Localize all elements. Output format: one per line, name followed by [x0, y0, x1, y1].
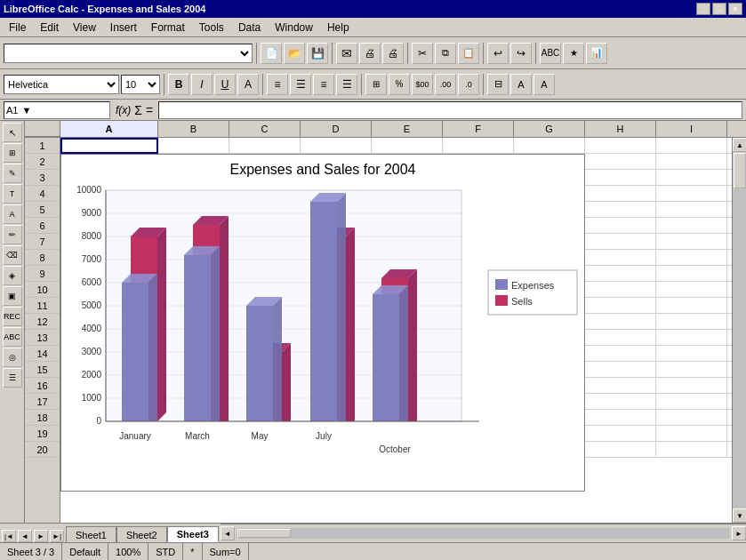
tab-first-button[interactable]: |◄ — [2, 530, 16, 542]
save-button[interactable]: 💾 — [307, 43, 328, 64]
scroll-thumb-vertical[interactable] — [734, 153, 746, 188]
redo-button[interactable]: ↪ — [510, 43, 532, 64]
sheet-tab-2[interactable]: Sheet2 — [116, 526, 167, 542]
border-button[interactable]: ⊟ — [487, 74, 509, 95]
row-7[interactable]: 7 — [25, 234, 60, 250]
cell-c1[interactable] — [229, 138, 301, 154]
col-header-I[interactable]: I — [656, 121, 727, 137]
cell-d1[interactable] — [301, 138, 372, 154]
tool-6[interactable]: ✏ — [3, 225, 22, 244]
row-11[interactable]: 11 — [25, 298, 60, 314]
cell-i1[interactable] — [656, 138, 727, 154]
menu-help[interactable]: Help — [320, 20, 357, 36]
tool-7[interactable]: ⌫ — [3, 245, 22, 265]
menu-window[interactable]: Window — [268, 20, 320, 36]
scroll-right-button[interactable]: ► — [732, 526, 746, 540]
col-header-H[interactable]: H — [585, 121, 656, 137]
scroll-track-horizontal[interactable] — [237, 528, 730, 539]
cell-b1[interactable] — [158, 138, 229, 154]
menu-format[interactable]: Format — [144, 20, 192, 36]
row-6[interactable]: 6 — [25, 218, 60, 234]
scroll-thumb-horizontal[interactable] — [237, 529, 291, 538]
minimize-button[interactable]: _ — [696, 3, 710, 15]
tool-9[interactable]: ▣ — [3, 286, 22, 306]
cell-h2[interactable] — [585, 154, 656, 170]
cell-i2[interactable] — [656, 154, 727, 170]
bg-color-button[interactable]: A — [510, 74, 532, 95]
tool-3[interactable]: ✎ — [3, 164, 22, 183]
function-icon[interactable]: f(x) — [116, 104, 131, 116]
font-color-button[interactable]: A — [533, 74, 555, 95]
tool-12[interactable]: ◎ — [3, 348, 22, 367]
sum-icon[interactable]: Σ — [134, 103, 142, 117]
chart-object[interactable]: Expenses and Sales for 2004 — [60, 154, 585, 492]
menu-data[interactable]: Data — [231, 20, 268, 36]
cell-reference-box[interactable]: A1 ▼ — [4, 101, 110, 119]
format-number-button[interactable]: % — [389, 74, 410, 95]
tab-next-button[interactable]: ► — [34, 530, 48, 542]
equals-icon[interactable]: = — [146, 103, 153, 117]
tool-8[interactable]: ◈ — [3, 266, 22, 285]
row-19[interactable]: 19 — [25, 426, 60, 442]
align-left-button[interactable]: ≡ — [267, 74, 288, 95]
row-20[interactable]: 20 — [25, 442, 60, 458]
col-header-E[interactable]: E — [372, 121, 443, 137]
print-preview-button[interactable]: 🖨 — [359, 43, 381, 64]
scroll-left-button[interactable]: ◄ — [221, 526, 235, 540]
formula-input[interactable] — [158, 101, 742, 119]
menu-insert[interactable]: Insert — [103, 20, 144, 36]
row-18[interactable]: 18 — [25, 410, 60, 426]
undo-button[interactable]: ↩ — [487, 43, 509, 64]
col-header-A[interactable]: A — [60, 121, 158, 137]
justify-button[interactable]: ☰ — [336, 74, 357, 95]
row-17[interactable]: 17 — [25, 394, 60, 410]
row-9[interactable]: 9 — [25, 266, 60, 282]
font-size-select[interactable]: 10 — [121, 75, 160, 94]
tool-4[interactable]: T — [3, 184, 22, 204]
tool-13[interactable]: ☰ — [3, 368, 22, 388]
maximize-button[interactable]: □ — [712, 3, 726, 15]
row-15[interactable]: 15 — [25, 362, 60, 378]
horizontal-scrollbar[interactable]: ◄ ► — [221, 524, 746, 542]
align-center-button[interactable]: ☰ — [290, 74, 311, 95]
currency-button[interactable]: $00 — [412, 74, 433, 95]
italic-button[interactable]: I — [191, 74, 213, 95]
tool-5[interactable]: A — [3, 204, 22, 224]
menu-tools[interactable]: Tools — [192, 20, 231, 36]
tool-11[interactable]: ABC — [3, 327, 22, 347]
vertical-scrollbar[interactable]: ▲ ▼ — [732, 138, 746, 523]
menu-edit[interactable]: Edit — [33, 20, 66, 36]
bold-button[interactable]: B — [168, 74, 189, 95]
chart-button[interactable]: 📊 — [586, 43, 607, 64]
close-button[interactable]: × — [728, 3, 742, 15]
cut-button[interactable]: ✂ — [412, 43, 433, 64]
merge-button[interactable]: ⊞ — [365, 74, 387, 95]
font-name-select[interactable]: Helvetica — [4, 75, 119, 94]
spellcheck-button[interactable]: ABC — [540, 43, 561, 64]
tab-prev-button[interactable]: ◄ — [18, 530, 32, 542]
row-16[interactable]: 16 — [25, 378, 60, 394]
print-button[interactable]: 🖨 — [382, 43, 404, 64]
row-4[interactable]: 4 — [25, 186, 60, 202]
row-8[interactable]: 8 — [25, 250, 60, 266]
tool-2[interactable]: ⊞ — [3, 143, 22, 163]
row-14[interactable]: 14 — [25, 346, 60, 362]
row-3[interactable]: 3 — [25, 170, 60, 186]
scroll-down-button[interactable]: ▼ — [733, 508, 746, 523]
row-13[interactable]: 13 — [25, 330, 60, 346]
row-12[interactable]: 12 — [25, 314, 60, 330]
cell-g1[interactable] — [514, 138, 585, 154]
scroll-up-button[interactable]: ▲ — [733, 138, 746, 152]
formula-name-box[interactable] — [4, 44, 253, 63]
col-header-F[interactable]: F — [443, 121, 514, 137]
col-header-D[interactable]: D — [301, 121, 372, 137]
cells-area[interactable]: Expenses and Sales for 2004 — [60, 138, 732, 523]
scroll-track-vertical[interactable] — [733, 152, 746, 508]
email-button[interactable]: ✉ — [336, 43, 357, 64]
tool-10[interactable]: REC — [3, 307, 22, 326]
cell-a1[interactable] — [60, 138, 158, 154]
decimal-inc-button[interactable]: .00 — [435, 74, 456, 95]
new-button[interactable]: 📄 — [261, 43, 282, 64]
row-1[interactable]: 1 — [25, 138, 60, 154]
cell-h1[interactable] — [585, 138, 656, 154]
